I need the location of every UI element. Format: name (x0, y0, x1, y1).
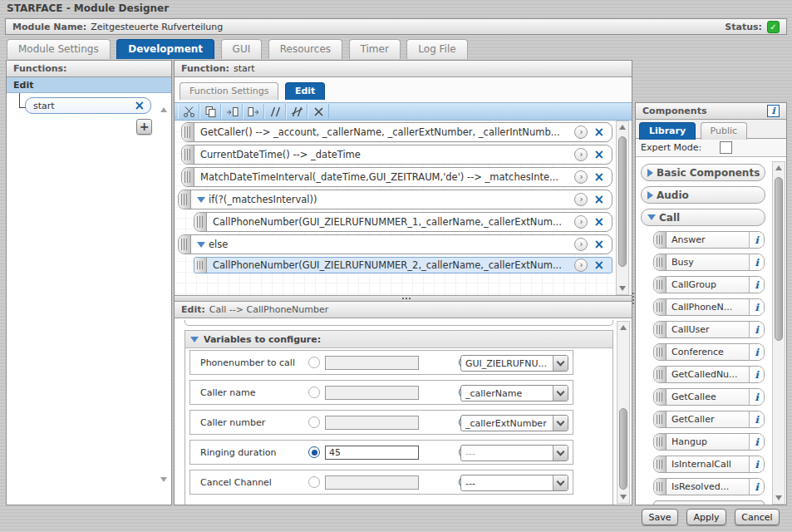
expand-details-icon[interactable]: › (574, 170, 588, 184)
component-info-icon[interactable]: i (749, 299, 764, 315)
variable-select[interactable]: _callerName (460, 385, 568, 401)
tab-timer[interactable]: Timer (349, 39, 401, 59)
tab-library[interactable]: Library (639, 122, 696, 140)
chevron-down-icon[interactable] (553, 446, 568, 461)
delete-function-icon[interactable]: × (134, 100, 145, 112)
group-basic-components[interactable]: Basic Components (641, 164, 765, 181)
component-info-icon[interactable]: i (749, 344, 764, 360)
expand-details-icon[interactable]: › (574, 259, 588, 272)
component-hangup[interactable]: Hangup i (653, 433, 765, 451)
tab-log-file[interactable]: Log File (406, 39, 467, 59)
save-button[interactable]: Save (642, 509, 678, 525)
component-callgroup[interactable]: CallGroup i (653, 276, 765, 293)
scrollbar-thumb[interactable] (619, 408, 627, 490)
cancel-button[interactable]: Cancel (735, 509, 780, 525)
drag-handle-icon[interactable] (654, 322, 667, 337)
tab-function-settings[interactable]: Function Settings (180, 82, 278, 100)
drag-handle-icon[interactable] (179, 190, 191, 209)
horizontal-splitter[interactable] (175, 295, 632, 302)
remove-row-icon[interactable]: × (593, 259, 604, 272)
cut-icon[interactable] (178, 104, 199, 119)
remove-row-icon[interactable]: × (593, 171, 604, 184)
expand-details-icon[interactable]: › (574, 193, 588, 206)
component-info-icon[interactable]: i (749, 254, 764, 270)
edit-scrollbar[interactable] (617, 321, 630, 504)
scroll-up-icon[interactable] (617, 322, 629, 333)
collapse-group-icon[interactable] (647, 214, 656, 220)
expand-group-icon[interactable] (647, 169, 653, 177)
comment-icon[interactable] (264, 104, 286, 119)
tab-edit[interactable]: Edit (285, 82, 325, 100)
variable-select[interactable]: _callerExtNumber (460, 415, 568, 431)
code-row-if[interactable]: if(?(_matchesInterval)) › × (178, 190, 612, 209)
paste-after-icon[interactable] (243, 104, 264, 119)
chevron-down-icon[interactable] (553, 386, 568, 401)
remove-row-icon[interactable]: × (593, 216, 604, 229)
component-isinternalcall[interactable]: IsInternalCall i (653, 456, 765, 473)
expand-details-icon[interactable]: › (574, 215, 588, 229)
component-info-icon[interactable]: i (749, 456, 764, 472)
functions-scroll-down-icon[interactable] (160, 482, 167, 493)
manual-value-radio[interactable] (308, 387, 320, 398)
component-getcallee[interactable]: GetCallee i (653, 388, 765, 406)
variable-select[interactable]: --- (460, 445, 568, 461)
manual-value-radio[interactable] (308, 357, 320, 368)
expand-group-icon[interactable] (647, 191, 653, 200)
variable-select[interactable]: GUI_ZIELRUFNU... (460, 355, 568, 372)
component-callphonenumber[interactable]: CallPhoneN... i (653, 298, 765, 316)
drag-handle-icon[interactable] (194, 213, 207, 231)
group-call[interactable]: Call (641, 209, 765, 226)
expand-details-icon[interactable]: › (574, 238, 588, 251)
scrollbar-thumb[interactable] (618, 136, 627, 267)
tab-module-settings[interactable]: Module Settings (7, 39, 111, 59)
copy-icon[interactable] (199, 104, 221, 119)
functions-scroll-up-icon[interactable] (160, 96, 167, 107)
component-info-icon[interactable]: i (749, 232, 764, 248)
drag-handle-icon[interactable] (654, 479, 667, 495)
code-scrollbar[interactable] (616, 121, 629, 295)
code-row-matchdatetime[interactable]: MatchDateTimeInterval(_dateTime,GUI_ZEIT… (181, 167, 612, 187)
manual-value-radio[interactable] (308, 476, 320, 488)
component-busy[interactable]: Busy i (653, 254, 765, 271)
chevron-down-icon[interactable] (553, 356, 568, 371)
drag-handle-icon[interactable] (654, 434, 667, 450)
paste-before-icon[interactable] (221, 104, 243, 119)
component-getcaller[interactable]: GetCaller i (653, 411, 765, 428)
drag-handle-icon[interactable] (654, 344, 667, 360)
function-node-start[interactable]: start × (25, 97, 151, 114)
collapse-block-icon[interactable] (197, 197, 205, 203)
drag-handle-icon[interactable] (182, 123, 194, 141)
component-getcallednumber[interactable]: GetCalledNu... i (653, 366, 765, 383)
scroll-up-icon[interactable] (617, 121, 628, 133)
code-row-callphonenumber-2[interactable]: CallPhoneNumber(GUI_ZIELRUFNUMMER_2,_cal… (194, 257, 612, 273)
manual-value-radio[interactable] (308, 416, 320, 428)
manual-value-input[interactable] (325, 475, 419, 490)
expert-mode-checkbox[interactable] (720, 141, 732, 154)
expand-details-icon[interactable]: › (574, 126, 588, 139)
variables-section-header[interactable]: Variables to configure: (185, 331, 612, 348)
collapse-block-icon[interactable] (197, 242, 205, 248)
component-isresolved[interactable]: IsResolved... i (653, 478, 765, 495)
tab-gui[interactable]: GUI (221, 39, 263, 59)
tab-resources[interactable]: Resources (268, 39, 342, 59)
component-answer[interactable]: Answer i (653, 231, 765, 249)
expand-details-icon[interactable]: › (574, 148, 588, 161)
remove-row-icon[interactable]: × (593, 126, 604, 139)
drag-handle-icon[interactable] (654, 277, 667, 293)
variable-select[interactable]: --- (460, 475, 568, 491)
code-row-else[interactable]: else › × (178, 234, 612, 254)
delete-icon[interactable] (307, 104, 329, 119)
component-info-icon[interactable]: i (749, 479, 764, 495)
component-info-icon[interactable]: i (749, 322, 764, 337)
collapse-section-icon[interactable] (190, 337, 199, 342)
drag-handle-icon[interactable] (654, 232, 667, 248)
functions-group-edit[interactable]: Edit (7, 77, 171, 93)
component-info-icon[interactable]: i (749, 411, 764, 427)
drag-handle-icon[interactable] (654, 389, 667, 405)
chevron-down-icon[interactable] (553, 475, 568, 490)
apply-button[interactable]: Apply (686, 509, 726, 525)
drag-handle-icon[interactable] (654, 411, 667, 427)
component-info-icon[interactable]: i (749, 367, 764, 382)
component-conference[interactable]: Conference i (653, 343, 765, 361)
remove-row-icon[interactable]: × (593, 239, 604, 251)
